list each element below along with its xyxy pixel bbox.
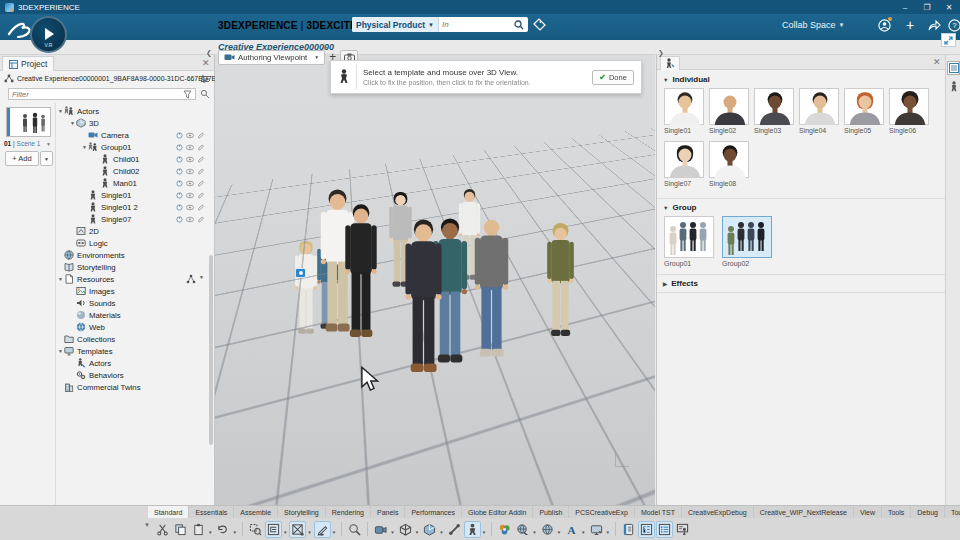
globe-export-icon[interactable] bbox=[514, 521, 531, 538]
activate-icon[interactable] bbox=[176, 132, 183, 139]
search-icon[interactable] bbox=[200, 89, 210, 99]
expand-layout-icon[interactable] bbox=[941, 33, 956, 47]
activate-icon[interactable] bbox=[176, 204, 183, 211]
tree-settings-icon[interactable] bbox=[200, 74, 210, 84]
pen-icon[interactable] bbox=[314, 521, 331, 538]
3d-viewport[interactable] bbox=[215, 55, 655, 505]
camera-icon[interactable] bbox=[372, 521, 389, 538]
tag-icon[interactable] bbox=[533, 18, 546, 31]
expander-open-icon[interactable]: ▼ bbox=[57, 276, 64, 282]
chevron-down-icon[interactable]: ▼ bbox=[415, 530, 419, 535]
activate-icon[interactable] bbox=[176, 216, 183, 223]
tree-item-single07[interactable]: Single07 bbox=[57, 213, 207, 225]
visibility-eye-icon[interactable] bbox=[186, 204, 194, 211]
palette-item-group02[interactable] bbox=[722, 216, 772, 258]
activate-icon[interactable] bbox=[176, 144, 183, 151]
close-icon[interactable]: ✕ bbox=[933, 57, 941, 67]
panel-list-icon[interactable] bbox=[656, 521, 673, 538]
collapse-left-panel-icon[interactable]: ❮ bbox=[206, 49, 212, 57]
search-scope-dropdown[interactable]: Physical Product▼ bbox=[352, 17, 439, 32]
visibility-eye-icon[interactable] bbox=[186, 180, 194, 187]
cut-icon[interactable] bbox=[154, 521, 171, 538]
palette-item-single03[interactable] bbox=[754, 88, 794, 125]
gear-color-icon[interactable] bbox=[496, 521, 513, 538]
tree-item-single01-2[interactable]: Single01 2 bbox=[57, 201, 207, 213]
expander-open-icon[interactable]: ▼ bbox=[57, 108, 64, 114]
action-tab-assemble[interactable]: Assemble bbox=[234, 506, 278, 518]
share-button[interactable] bbox=[926, 17, 942, 33]
attach-clip-icon[interactable] bbox=[197, 156, 204, 163]
action-tab-essentials[interactable]: Essentials bbox=[189, 506, 234, 518]
notebook-icon[interactable] bbox=[620, 521, 637, 538]
bone-icon[interactable] bbox=[446, 521, 463, 538]
tree-item-single01[interactable]: Single01 bbox=[57, 189, 207, 201]
section-header-group[interactable]: ▼Group bbox=[663, 203, 696, 212]
palette-item-group01[interactable] bbox=[664, 216, 714, 258]
activate-icon[interactable] bbox=[176, 156, 183, 163]
tree-item-collections[interactable]: Collections bbox=[57, 333, 207, 345]
maximize-button[interactable]: ❐ bbox=[916, 0, 938, 14]
action-tab-pcscreativeexp[interactable]: PCSCreativeExp bbox=[569, 506, 635, 518]
actor-figure[interactable] bbox=[541, 223, 580, 341]
chevron-down-icon[interactable]: ▼ bbox=[283, 530, 287, 535]
tree-item-images[interactable]: Images bbox=[57, 285, 207, 297]
attach-clip-icon[interactable] bbox=[197, 204, 204, 211]
actor-icon[interactable] bbox=[464, 521, 481, 538]
chevron-down-icon[interactable]: ▼ bbox=[557, 530, 561, 535]
minimize-button[interactable]: – bbox=[894, 0, 916, 14]
panel-tree-icon[interactable] bbox=[638, 521, 655, 538]
tree-item-child02[interactable]: Child02 bbox=[57, 165, 207, 177]
expander-open-icon[interactable]: ▼ bbox=[81, 144, 88, 150]
scene-thumbnail[interactable] bbox=[6, 107, 51, 137]
tab-actor-palette[interactable] bbox=[660, 56, 680, 70]
chevron-down-icon[interactable]: ▼ bbox=[208, 530, 212, 535]
action-tab-touch[interactable]: Touch bbox=[945, 506, 960, 518]
globe-icon[interactable] bbox=[539, 521, 556, 538]
actor-figure[interactable] bbox=[397, 218, 450, 379]
visibility-eye-icon[interactable] bbox=[186, 144, 194, 151]
tree-item-actors[interactable]: Actors bbox=[57, 357, 207, 369]
visibility-eye-icon[interactable] bbox=[186, 192, 194, 199]
tree-item-man01[interactable]: Man01 bbox=[57, 177, 207, 189]
tree-item-commercial-twins[interactable]: Commercial Twins bbox=[57, 381, 207, 393]
action-tab-creativeexpdebug[interactable]: CreativeExpDebug bbox=[682, 506, 754, 518]
filter-input[interactable] bbox=[9, 90, 183, 99]
activate-icon[interactable] bbox=[176, 168, 183, 175]
chevron-down-icon[interactable]: ▼ bbox=[332, 530, 336, 535]
action-tab-tools[interactable]: Tools bbox=[882, 506, 911, 518]
compass-play-button[interactable]: V.R bbox=[30, 16, 67, 53]
tree-item-templates[interactable]: ▼Templates bbox=[57, 345, 207, 357]
expander-open-icon[interactable]: ▼ bbox=[57, 348, 64, 354]
presenter-icon[interactable] bbox=[674, 521, 691, 538]
attach-clip-icon[interactable] bbox=[197, 132, 204, 139]
resource-network-dropdown[interactable]: ▼ bbox=[186, 274, 207, 284]
tree-item-web[interactable]: Web bbox=[57, 321, 207, 333]
section-header-effects[interactable]: ▶Effects bbox=[663, 279, 698, 288]
tree-item-2d[interactable]: 2D bbox=[57, 225, 207, 237]
add-content-button[interactable]: + bbox=[902, 17, 918, 33]
action-tab-publish[interactable]: Publish bbox=[533, 506, 569, 518]
tree-view-icon[interactable] bbox=[265, 521, 282, 538]
search-input[interactable] bbox=[439, 20, 513, 29]
close-button[interactable]: ✕ bbox=[938, 0, 960, 14]
project-item-row[interactable]: Creative Experience00000001_9BAF8A98-000… bbox=[4, 74, 210, 83]
overflow-chevron-icon[interactable]: ▼ bbox=[144, 522, 150, 528]
tree-item-resources[interactable]: ▼Resources▼ bbox=[57, 273, 207, 285]
visibility-eye-icon[interactable] bbox=[186, 216, 194, 223]
attach-clip-icon[interactable] bbox=[197, 192, 204, 199]
palette-item-single01[interactable] bbox=[664, 88, 704, 125]
action-tab-globe-editor-addin[interactable]: Globe Editor Addin bbox=[462, 506, 533, 518]
tree-item-logic[interactable]: Logic bbox=[57, 237, 207, 249]
chevron-down-icon[interactable]: ▼ bbox=[532, 530, 536, 535]
cube-wireframe-icon[interactable] bbox=[397, 521, 414, 538]
add-scene-dropdown[interactable]: ▼ bbox=[40, 151, 53, 166]
copy-icon[interactable] bbox=[172, 521, 189, 538]
tree-item-actors[interactable]: ▼Actors bbox=[57, 105, 207, 117]
tree-item-3d[interactable]: ▼3D bbox=[57, 117, 207, 129]
add-scene-button[interactable]: + Add bbox=[5, 151, 39, 166]
action-tab-model-tst[interactable]: Model TST bbox=[635, 506, 682, 518]
tree-item-behaviors[interactable]: Behaviors bbox=[57, 369, 207, 381]
chevron-down-icon[interactable]: ▼ bbox=[482, 530, 486, 535]
chevron-down-icon[interactable]: ▼ bbox=[232, 530, 236, 535]
palette-item-single08[interactable] bbox=[709, 141, 749, 178]
